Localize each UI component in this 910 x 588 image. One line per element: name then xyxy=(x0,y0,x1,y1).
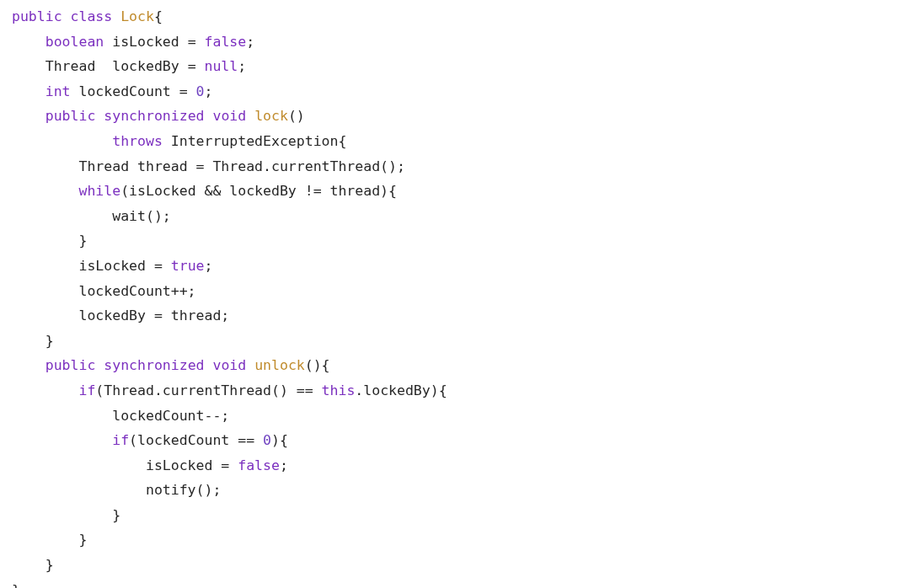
token-kw: synchronized xyxy=(104,357,204,373)
token-kw: while xyxy=(78,183,120,199)
code: public class Lock{ boolean isLocked = fa… xyxy=(12,8,447,588)
token-kw: synchronized xyxy=(104,108,204,124)
token-bool: null xyxy=(205,58,238,74)
token-type: lock xyxy=(254,108,288,124)
token-kw: this xyxy=(322,382,356,398)
token-type: unlock xyxy=(254,357,305,373)
code-block: public class Lock{ boolean isLocked = fa… xyxy=(0,0,910,588)
token-kw: class xyxy=(71,8,113,24)
token-kw: throws xyxy=(112,133,163,149)
token-kw: public xyxy=(46,357,96,373)
token-num: 0 xyxy=(196,83,205,99)
token-kw: public xyxy=(12,8,62,24)
token-kw: void xyxy=(212,357,246,373)
token-kw: int xyxy=(46,83,71,99)
token-num: 0 xyxy=(263,432,271,448)
token-bool: false xyxy=(205,34,247,50)
token-kw: public xyxy=(46,108,96,124)
token-bool: false xyxy=(238,457,280,473)
token-kw: if xyxy=(78,382,95,398)
token-kw: if xyxy=(112,432,129,448)
token-type: Lock xyxy=(120,8,154,24)
token-kw: boolean xyxy=(46,34,104,50)
token-bool: true xyxy=(171,258,205,274)
token-kw: void xyxy=(212,108,246,124)
